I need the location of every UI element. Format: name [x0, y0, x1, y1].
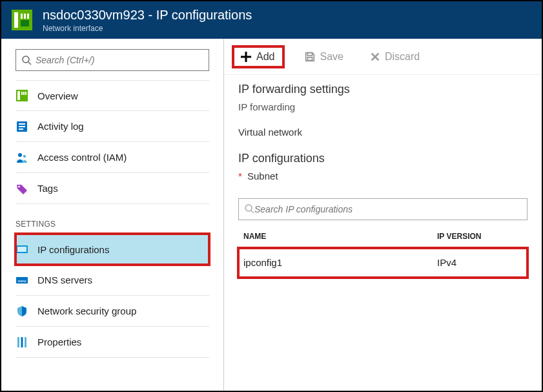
- svg-point-19: [18, 185, 20, 187]
- svg-rect-14: [19, 123, 25, 125]
- ip-configurations-icon: [15, 243, 28, 256]
- save-icon: [304, 51, 316, 63]
- toolbar: Add Save Discard: [224, 39, 542, 75]
- discard-icon: [369, 51, 381, 63]
- svg-rect-30: [308, 57, 312, 60]
- sidebar-item-properties[interactable]: Properties: [15, 327, 209, 358]
- network-interface-icon: [10, 8, 34, 32]
- ipconfig-version: IPv4: [437, 257, 522, 268]
- svg-text:www: www: [17, 279, 27, 283]
- svg-rect-15: [19, 126, 25, 127]
- plus-icon: [240, 50, 252, 63]
- ipconfig-table-header: NAME IP VERSION: [238, 225, 528, 248]
- discard-button[interactable]: Discard: [363, 47, 426, 67]
- sidebar-item-label: Tags: [37, 183, 58, 194]
- sidebar-item-label: Activity log: [37, 121, 84, 132]
- svg-rect-2: [21, 14, 23, 19]
- column-header-name: NAME: [243, 232, 437, 241]
- sidebar: Overview Activity log Access control (IA…: [1, 39, 224, 391]
- svg-rect-29: [308, 52, 312, 56]
- properties-icon: [15, 336, 28, 349]
- ipconfig-name: ipconfig1: [243, 257, 437, 268]
- save-label: Save: [320, 51, 343, 63]
- activity-log-icon: [15, 120, 28, 133]
- svg-rect-3: [24, 14, 26, 19]
- ip-configurations-heading: IP configurations: [238, 152, 528, 165]
- sidebar-item-label: IP configurations: [37, 244, 109, 255]
- ip-forwarding-label: IP forwarding: [238, 101, 528, 112]
- required-asterisk: *: [238, 170, 242, 181]
- svg-point-17: [18, 153, 22, 157]
- settings-section-label: SETTINGS: [1, 204, 223, 234]
- svg-line-7: [28, 62, 31, 65]
- svg-rect-24: [17, 337, 19, 347]
- search-icon: [21, 55, 32, 65]
- svg-rect-12: [25, 92, 26, 95]
- discard-label: Discard: [385, 51, 420, 63]
- search-icon: [244, 203, 254, 216]
- sidebar-search-input[interactable]: [36, 55, 203, 65]
- svg-line-34: [251, 211, 254, 213]
- sidebar-item-label: Access control (IAM): [37, 152, 127, 163]
- svg-rect-10: [21, 92, 23, 95]
- page-title: nsdoc0330vm923 - IP configurations: [43, 8, 252, 23]
- sidebar-item-dns-servers[interactable]: www DNS servers: [15, 265, 209, 296]
- sidebar-item-label: Overview: [37, 90, 78, 101]
- page-subtitle: Network interface: [43, 24, 252, 33]
- add-button[interactable]: Add: [232, 45, 285, 68]
- ipconfig-row[interactable]: ipconfig1IPv4: [238, 248, 528, 278]
- svg-rect-26: [25, 337, 26, 347]
- svg-rect-28: [241, 56, 251, 57]
- save-button[interactable]: Save: [298, 47, 349, 67]
- shield-icon: [15, 305, 28, 318]
- dns-icon: www: [15, 274, 28, 287]
- sidebar-item-label: DNS servers: [37, 274, 92, 285]
- virtual-network-label: Virtual network: [238, 127, 528, 138]
- svg-rect-25: [21, 337, 23, 347]
- sidebar-item-ip-configurations[interactable]: IP configurations: [15, 234, 209, 265]
- svg-rect-21: [17, 247, 26, 252]
- sidebar-item-access-control[interactable]: Access control (IAM): [15, 142, 209, 173]
- svg-rect-11: [23, 92, 25, 95]
- svg-point-33: [245, 205, 252, 211]
- column-header-ip-version: IP VERSION: [437, 232, 522, 241]
- svg-rect-4: [27, 14, 29, 19]
- ipconfig-search-input[interactable]: [254, 204, 522, 214]
- sidebar-search[interactable]: [15, 49, 209, 71]
- sidebar-item-label: Network security group: [37, 305, 136, 316]
- sidebar-item-overview[interactable]: Overview: [15, 80, 209, 111]
- ip-forwarding-heading: IP forwarding settings: [238, 83, 528, 96]
- svg-rect-16: [19, 129, 23, 130]
- tag-icon: [15, 182, 28, 195]
- svg-rect-5: [21, 20, 29, 26]
- sidebar-item-activity-log[interactable]: Activity log: [15, 111, 209, 142]
- access-control-icon: [15, 151, 28, 164]
- svg-rect-1: [14, 12, 18, 28]
- ipconfig-search[interactable]: [238, 198, 528, 220]
- subnet-label: Subnet: [247, 170, 278, 181]
- add-label: Add: [256, 51, 274, 63]
- blade-header: nsdoc0330vm923 - IP configurations Netwo…: [1, 1, 542, 39]
- svg-point-18: [23, 154, 26, 157]
- network-interface-icon: [15, 89, 28, 102]
- content-pane: Add Save Discard IP forwarding settings …: [224, 39, 542, 391]
- sidebar-item-network-security-group[interactable]: Network security group: [15, 296, 209, 327]
- sidebar-item-tags[interactable]: Tags: [15, 173, 209, 204]
- svg-point-6: [23, 56, 29, 63]
- sidebar-item-label: Properties: [37, 336, 81, 347]
- svg-rect-9: [17, 91, 20, 100]
